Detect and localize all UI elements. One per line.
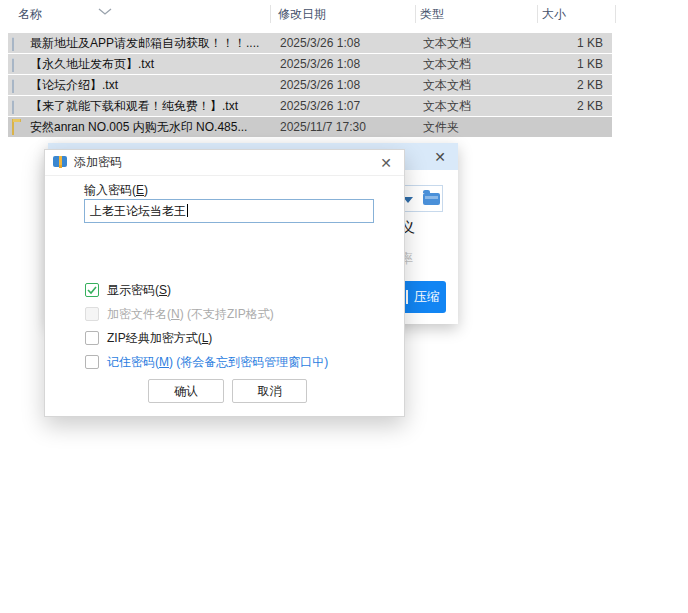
password-value: 上老王论坛当老王 (90, 204, 186, 218)
cancel-button[interactable]: 取消 (232, 379, 307, 403)
checkbox-remember-password[interactable]: 记住密码(M) (将会备忘到密码管理窗口中) (85, 354, 328, 370)
file-name: 【论坛介绍】.txt (30, 75, 275, 95)
file-type: 文本文档 (423, 33, 523, 53)
text-file-icon (12, 77, 28, 93)
table-row[interactable]: 【论坛介绍】.txt 2025/3/26 1:08 文本文档 2 KB (8, 75, 612, 95)
file-date: 2025/3/26 1:07 (280, 96, 410, 116)
column-header-name[interactable]: 名称 (18, 0, 42, 28)
file-type: 文本文档 (423, 75, 523, 95)
text-file-icon (12, 35, 28, 51)
column-header-date[interactable]: 修改日期 (278, 0, 326, 28)
column-divider[interactable] (415, 5, 416, 23)
close-icon[interactable]: ✕ (430, 147, 450, 167)
file-name: 最新地址及APP请发邮箱自动获取！！！.... (30, 33, 275, 53)
confirm-button[interactable]: 确认 (148, 379, 224, 403)
column-divider[interactable] (537, 5, 538, 23)
table-row[interactable]: 【永久地址发布页】.txt 2025/3/26 1:08 文本文档 1 KB (8, 54, 612, 74)
sort-chevron-icon (98, 2, 112, 20)
screen: 名称 修改日期 类型 大小 最新地址及APP请发邮箱自动获取！！！.... 20… (0, 0, 688, 613)
column-header-type[interactable]: 类型 (420, 0, 444, 28)
checkbox-zip-classic-encryption[interactable]: ZIP经典加密方式(L) (85, 330, 212, 346)
file-date: 2025/3/26 1:08 (280, 75, 410, 95)
dialog-title: 添加密码 (74, 154, 122, 171)
file-list: 名称 修改日期 类型 大小 最新地址及APP请发邮箱自动获取！！！.... 20… (0, 0, 688, 145)
checkbox-unchecked-icon[interactable] (85, 331, 99, 345)
file-name: 【永久地址发布页】.txt (30, 54, 275, 74)
file-size: 2 KB (529, 96, 603, 116)
checkbox-disabled-icon (85, 307, 99, 321)
password-field-label: 输入密码(E) (84, 182, 148, 199)
checkbox-unchecked-icon[interactable] (85, 355, 99, 369)
file-date: 2025/11/7 17:30 (280, 117, 410, 137)
checkbox-show-password[interactable]: 显示密码(S) (85, 282, 171, 298)
table-row[interactable]: 最新地址及APP请发邮箱自动获取！！！.... 2025/3/26 1:08 文… (8, 33, 612, 53)
file-date: 2025/3/26 1:08 (280, 54, 410, 74)
table-row[interactable]: 【来了就能下载和观看！纯免费！】.txt 2025/3/26 1:07 文本文档… (8, 96, 612, 116)
password-input[interactable]: 上老王论坛当老王 (84, 199, 374, 223)
compress-button-label: 压缩 (414, 289, 440, 304)
column-divider[interactable] (270, 5, 271, 23)
text-file-icon (12, 56, 28, 72)
add-password-dialog: 添加密码 ✕ 输入密码(E) 上老王论坛当老王 显示密码(S) 加密文件名(N)… (44, 149, 405, 417)
text-file-icon (12, 98, 28, 114)
text-caret (187, 204, 188, 217)
file-name: 安然anran NO.005 内购无水印 NO.485... (30, 117, 275, 137)
dialog-titlebar: 添加密码 (45, 150, 404, 176)
file-size: 1 KB (529, 33, 603, 53)
file-size: 1 KB (529, 54, 603, 74)
column-divider[interactable] (615, 5, 616, 23)
file-date: 2025/3/26 1:08 (280, 33, 410, 53)
browse-folder-icon (423, 193, 440, 205)
file-size: 2 KB (529, 75, 603, 95)
partial-glyph (406, 290, 408, 304)
checkbox-checked-icon[interactable] (85, 283, 99, 297)
file-size (529, 117, 603, 137)
close-icon[interactable]: ✕ (375, 153, 397, 173)
bandizip-zip-icon (52, 153, 68, 173)
folder-icon (12, 119, 28, 135)
file-type: 文本文档 (423, 54, 523, 74)
table-row[interactable]: 安然anran NO.005 内购无水印 NO.485... 2025/11/7… (8, 117, 612, 137)
file-type: 文件夹 (423, 117, 523, 137)
column-header-size[interactable]: 大小 (542, 0, 566, 28)
file-type: 文本文档 (423, 96, 523, 116)
checkbox-encrypt-filenames: 加密文件名(N) (不支持ZIP格式) (85, 306, 274, 322)
file-name: 【来了就能下载和观看！纯免费！】.txt (30, 96, 275, 116)
